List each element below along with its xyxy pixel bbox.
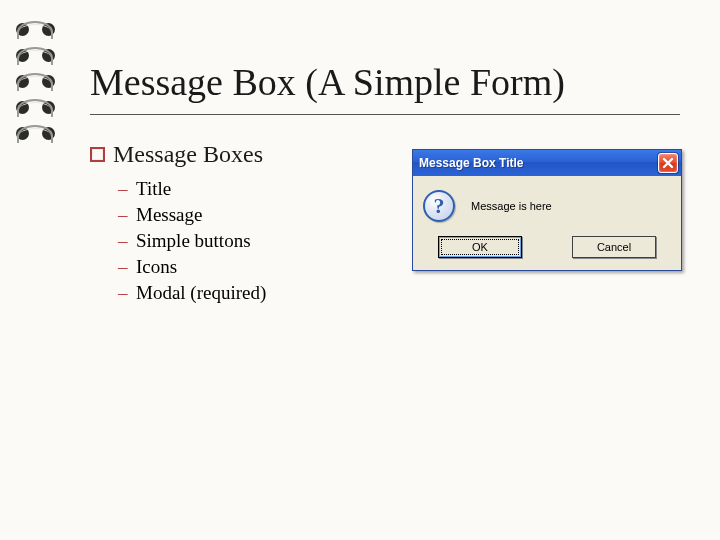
bullet-list-level2: Title Message Simple buttons Icons Modal… xyxy=(120,178,412,304)
dialog-title: Message Box Title xyxy=(419,156,658,170)
list-item: Message xyxy=(120,204,412,226)
list-item: Icons xyxy=(120,256,412,278)
spiral-binding xyxy=(14,18,58,158)
bullet-level1: Message Boxes xyxy=(90,141,412,168)
close-icon xyxy=(662,157,674,169)
list-item: Modal (required) xyxy=(120,282,412,304)
list-item: Simple buttons xyxy=(120,230,412,252)
question-icon: ? xyxy=(423,190,455,222)
dialog-titlebar[interactable]: Message Box Title xyxy=(413,150,681,176)
page-title: Message Box (A Simple Form) xyxy=(90,60,680,115)
list-item: Title xyxy=(120,178,412,200)
dialog-message: Message is here xyxy=(471,200,552,212)
square-bullet-icon xyxy=(90,147,105,162)
slide-page: Message Box (A Simple Form) Message Boxe… xyxy=(0,0,720,540)
message-box-dialog: Message Box Title ? Message is here OK xyxy=(412,149,682,271)
bullet-level1-text: Message Boxes xyxy=(113,141,263,167)
cancel-button[interactable]: Cancel xyxy=(572,236,656,258)
close-button[interactable] xyxy=(658,153,678,173)
ok-button[interactable]: OK xyxy=(438,236,522,258)
